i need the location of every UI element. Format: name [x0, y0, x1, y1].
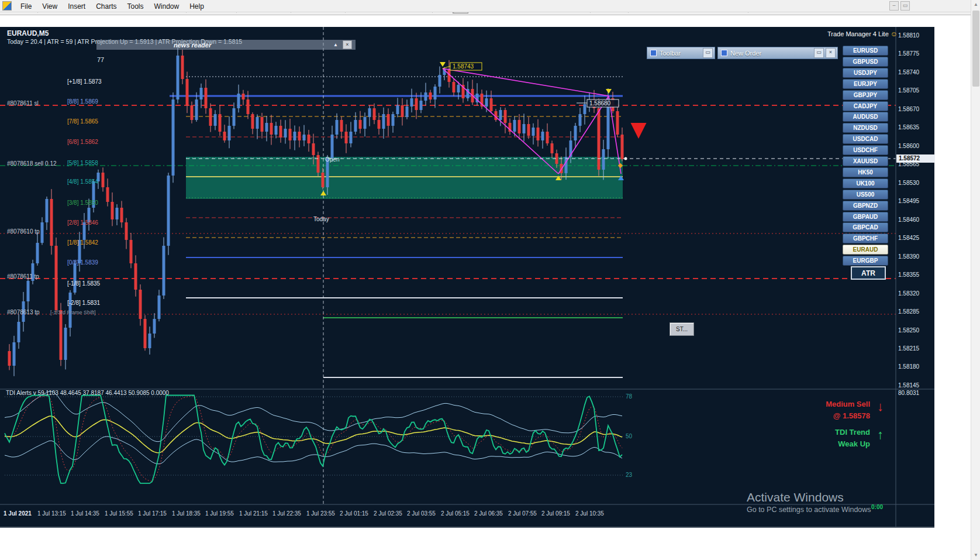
symbol-button-eurgbp[interactable]: EURGBP — [843, 256, 888, 266]
murrey-level-label: [5/8] 1.5858 — [67, 160, 98, 166]
scroll-down-icon[interactable]: ▼ — [971, 551, 980, 560]
price-scale-value: 1.58320 — [898, 290, 919, 297]
order-line-label: #8078611 sl — [7, 100, 39, 106]
symbol-button-xauusd[interactable]: XAUUSD — [843, 156, 888, 166]
murrey-level-label: [6/8] 1.5862 — [67, 139, 98, 145]
menu-item-window[interactable]: Window — [149, 1, 185, 12]
svg-text:1.58680: 1.58680 — [589, 100, 611, 106]
price-scale-value: 1.58740 — [898, 69, 919, 75]
symbol-button-gbpcad[interactable]: GBPCAD — [843, 222, 888, 232]
time-axis-label: 2 Jul 06:35 — [474, 510, 503, 517]
murrey-level-label: [8/8] 1.5869 — [67, 98, 98, 105]
symbol-button-gbpnzd[interactable]: GBPNZD — [843, 201, 888, 211]
time-axis-label: 2 Jul 03:55 — [407, 510, 436, 517]
price-scale-value: 1.58460 — [898, 217, 919, 223]
minimize-button[interactable]: – — [889, 1, 899, 11]
price-scale-value: 1.58775 — [898, 50, 919, 57]
activate-windows-watermark-sub: Go to PC settings to activate Windows — [747, 506, 871, 514]
symbol-button-hk50[interactable]: HK50 — [843, 167, 888, 177]
symbol-button-uk100[interactable]: UK100 — [843, 178, 888, 188]
time-axis-label: 1 Jul 21:15 — [239, 510, 268, 517]
restore-icon[interactable]: ▭ — [703, 48, 713, 58]
murrey-level-label: [2/8] 1.5846 — [67, 219, 98, 226]
collapse-icon[interactable]: ▲ — [333, 42, 338, 47]
symbol-button-usdcad[interactable]: USDCAD — [843, 134, 888, 144]
price-chart-canvas[interactable]: 1.587431.58680 — [0, 0, 980, 560]
toolbar-window-title: Toolbar — [660, 50, 703, 57]
sell-arrow-icon: ↓ — [877, 399, 884, 414]
time-axis-label: 1 Jul 23:55 — [306, 510, 335, 517]
order-line-label: #8078618 sell 0.12 — [7, 160, 57, 167]
symbol-button-audusd[interactable]: AUDUSD — [843, 112, 888, 122]
tdi-trend-label: TDI Trend — [794, 428, 870, 437]
scroll-up-icon[interactable]: ▲ — [971, 0, 980, 9]
order-line-label: #8078613 tp — [7, 309, 40, 315]
frame-shift-label: [-1/3rd Frame Shift] — [50, 310, 96, 315]
time-axis-label: 1 Jul 22:35 — [272, 510, 301, 517]
maximize-button[interactable]: ▭ — [900, 1, 910, 11]
indicator-scale-value: 80.8031 — [898, 390, 919, 396]
window-icon — [721, 50, 727, 56]
price-scale-value: 1.58705 — [898, 87, 919, 94]
symbol-button-gbpjpy[interactable]: GBPJPY — [843, 90, 888, 100]
time-axis-label: 2 Jul 02:35 — [374, 510, 402, 517]
indicator-title: TDI Alerts v 59.1103 48.4645 37.8187 46.… — [6, 390, 169, 396]
scrollbar-thumb[interactable] — [972, 11, 979, 87]
close-icon[interactable]: × — [343, 40, 352, 49]
time-axis-label: 1 Jul 19:55 — [205, 510, 234, 517]
st-minimized-window-button[interactable]: ST... — [670, 322, 694, 336]
symbol-button-nzdusd[interactable]: NZDUSD — [843, 123, 888, 133]
time-axis-label: 1 Jul 2021 — [4, 510, 32, 517]
time-axis-label: 2 Jul 09:15 — [541, 510, 570, 517]
menu-item-help[interactable]: Help — [184, 1, 209, 12]
price-scale-value: 1.58250 — [898, 327, 919, 334]
activate-windows-watermark: Activate Windows — [747, 490, 844, 504]
new-order-floating-window[interactable]: New Order ▭ × — [717, 47, 838, 59]
price-scale-value: 1.58635 — [898, 124, 919, 130]
time-axis-label: 2 Jul 10:35 — [575, 510, 604, 517]
trend-up-arrow-icon: ↑ — [877, 427, 884, 442]
symbol-button-usdjpy[interactable]: USDJPY — [843, 68, 888, 78]
murrey-level-label: [-2/8] 1.5831 — [67, 300, 100, 306]
price-scale-value: 1.58180 — [898, 363, 919, 370]
menu-item-charts[interactable]: Charts — [91, 1, 122, 12]
symbol-button-usdchf[interactable]: USDCHF — [843, 145, 888, 155]
indicator-level-label: 50 — [626, 433, 632, 439]
time-axis-label: 1 Jul 18:35 — [172, 510, 201, 517]
price-scale-value: 1.58425 — [898, 235, 919, 241]
price-scale-value: 1.58530 — [898, 180, 919, 186]
toolbar-floating-window[interactable]: Toolbar ▭ — [647, 47, 715, 59]
symbol-button-euraud[interactable]: EURAUD — [843, 245, 888, 255]
symbol-button-eurusd[interactable]: EURUSD — [843, 46, 888, 56]
symbol-button-gbpusd[interactable]: GBPUSD — [843, 57, 888, 67]
indicator-level-label: 23 — [626, 472, 632, 478]
symbol-button-eurjpy[interactable]: EURJPY — [843, 79, 888, 89]
time-axis-label: 1 Jul 14:35 — [71, 510, 99, 517]
menu-item-tools[interactable]: Tools — [122, 1, 149, 12]
vertical-scrollbar[interactable]: ▲ ▼ — [971, 0, 980, 560]
news-reader-bar[interactable]: news reader ▲ × — [96, 40, 356, 50]
price-scale-value: 1.58670 — [898, 106, 919, 112]
time-axis-label: 1 Jul 17:15 — [138, 510, 167, 517]
close-icon[interactable]: × — [826, 48, 836, 58]
trade-manager-label: Trade Manager 4 Lite ☺ — [827, 30, 898, 38]
menu-item-insert[interactable]: Insert — [63, 1, 91, 12]
today-line-label: Today — [313, 216, 329, 222]
symbol-button-gbpaud[interactable]: GBPAUD — [843, 212, 888, 222]
menu-item-view[interactable]: View — [37, 1, 63, 12]
svg-text:1.58743: 1.58743 — [453, 63, 474, 70]
murrey-level-label: [-1/8] 1.5835 — [67, 280, 100, 287]
symbol-button-cadjpy[interactable]: CADJPY — [843, 101, 888, 111]
menu-item-file[interactable]: File — [15, 1, 37, 12]
symbol-button-us500[interactable]: US500 — [843, 190, 888, 200]
time-axis-label: 2 Jul 07:55 — [508, 510, 537, 517]
murrey-level-label: [+1/8] 1.5873 — [67, 78, 102, 85]
high-marker-label: 77 — [97, 56, 104, 63]
window-icon — [650, 50, 657, 56]
symbol-button-gbpchf[interactable]: GBPCHF — [843, 233, 888, 243]
restore-icon[interactable]: ▭ — [814, 48, 824, 58]
price-scale-value: 1.58810 — [898, 32, 919, 39]
time-axis-label: 2 Jul 01:15 — [340, 510, 368, 517]
atr-button[interactable]: ATR — [851, 266, 886, 280]
price-scale-value: 1.58215 — [898, 345, 919, 352]
